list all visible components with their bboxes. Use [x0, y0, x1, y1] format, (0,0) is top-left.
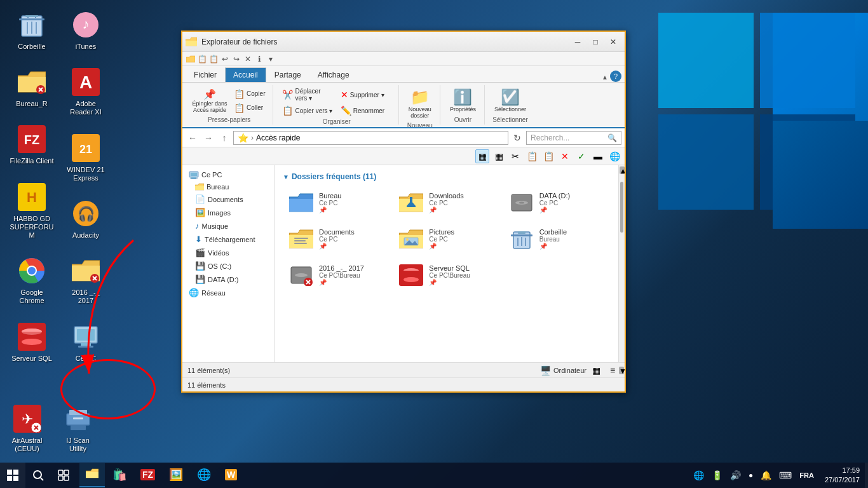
ribbon-btn-select[interactable]: ☑️ Sélectionner	[491, 86, 529, 114]
nav-item-bureau[interactable]: Bureau	[182, 181, 274, 193]
file-grid[interactable]: Dossiers fréquents (11) Bureau	[275, 165, 618, 362]
up-button[interactable]: ↑	[217, 131, 231, 145]
nav-item-videos[interactable]: 🎬 Vidéos	[182, 246, 274, 259]
delete-sec-icon[interactable]: ✕	[558, 149, 572, 163]
desktop-icon-itunes[interactable]: ♪ iTunes	[60, 6, 111, 54]
tab-affichage[interactable]: Affichage	[309, 67, 358, 82]
desktop-icon-filezilla[interactable]: FZ FileZilla Client	[6, 121, 57, 168]
search-input[interactable]: Recherch... 🔍	[526, 131, 621, 145]
back-button[interactable]: ←	[186, 131, 200, 145]
taskbar-app-chrome[interactable]: 🌐	[191, 463, 217, 487]
qa-paste-icon[interactable]: 📋	[208, 54, 219, 64]
ribbon-btn-delete[interactable]: ✕ Supprimer ▾	[338, 86, 393, 103]
nav-item-musique[interactable]: ♪ Musique	[182, 219, 274, 233]
maximize-button[interactable]: □	[587, 36, 604, 48]
tray-notification-icon[interactable]: 🔔	[758, 468, 774, 483]
desktop-icon-airaustral[interactable]: ✈ AirAustral (CEUU)	[3, 400, 51, 456]
ribbon-btn-new-folder[interactable]: 📁 Nouveaudossier	[405, 86, 435, 121]
nav-item-os-c[interactable]: 💾 OS (C:)	[182, 259, 274, 273]
taskbar-taskview-button[interactable]	[51, 463, 76, 488]
desktop-icon-audacity[interactable]: 🎧 Audacity	[60, 195, 111, 243]
nav-item-telechargement[interactable]: ⬇ Téléchargement	[182, 233, 274, 246]
ribbon-btn-paste[interactable]: 📋 Coller	[231, 102, 268, 114]
copy-icon[interactable]: 📋	[525, 149, 539, 163]
file-item-downloads[interactable]: Downloads Ce PC 📌	[393, 186, 499, 219]
tab-partage[interactable]: Partage	[266, 67, 309, 82]
tray-volume-icon[interactable]: 🔊	[728, 468, 743, 483]
view-large-icon[interactable]: ▦	[475, 149, 489, 163]
desktop-icon-habbo[interactable]: H HABBO GD SUPERFORUM	[6, 179, 57, 243]
ribbon-collapse-icon[interactable]: ▲	[600, 72, 610, 82]
desktop-icon-2016[interactable]: 2016 _-_ 2017	[60, 252, 111, 308]
cut-icon[interactable]: ✂	[508, 149, 522, 163]
desktop-icon-adobe[interactable]: A Adobe Reader XI	[60, 64, 111, 119]
ribbon-btn-pin[interactable]: 📌 Épingler dansAccès rapide	[191, 87, 229, 114]
taskbar-app-windev[interactable]: W	[219, 463, 243, 487]
desktop-icon-windev[interactable]: 21 WINDEV 21 Express	[60, 130, 111, 186]
qa-folder-icon[interactable]	[186, 54, 196, 64]
file-item-bureau[interactable]: Bureau Ce PC 📌	[283, 186, 390, 219]
view-list-status-btn[interactable]: ≡	[606, 363, 620, 377]
tray-keyboard-icon[interactable]: ⌨	[776, 468, 794, 483]
qa-dropdown-icon[interactable]: ▾	[266, 54, 276, 64]
file-item-sql[interactable]: Serveur SQL Ce PC\Bureau 📌	[393, 259, 499, 292]
desktop-icon-cepc[interactable]: Ce PC	[60, 318, 111, 366]
desktop-icon-corbeille[interactable]: Corbeille	[6, 6, 57, 54]
desktop-icon-bureau-r[interactable]: Bureau_R	[6, 64, 57, 111]
taskbar-clock[interactable]: 17:59 27/07/2017	[820, 466, 865, 485]
file-item-pictures[interactable]: Pictures Ce PC 📌	[393, 222, 499, 255]
check-icon[interactable]: ✓	[574, 149, 588, 163]
tab-accueil[interactable]: Accueil	[225, 67, 266, 82]
nav-item-documents[interactable]: 📄 Documents	[182, 193, 274, 206]
ribbon-btn-copyto[interactable]: 📋 Copier vers ▾	[280, 104, 335, 117]
taskbar-app-photos[interactable]: 🖼️	[163, 463, 189, 487]
file-item-data-d[interactable]: DATA (D:) Ce PC 📌	[503, 186, 610, 219]
desktop-icon-sql[interactable]: Serveur SQL	[6, 318, 57, 366]
taskbar-app-store[interactable]: 🛍️	[106, 463, 133, 487]
file-item-2016[interactable]: 2016 _-_ 2017 Ce PC\Bureau 📌	[283, 259, 390, 292]
tray-chrome-icon[interactable]: ●	[746, 468, 756, 482]
list-icon[interactable]: ▬	[591, 149, 605, 163]
taskbar-app-explorer[interactable]	[79, 463, 105, 487]
desktop-icon-ijscan[interactable]: IJ Scan Utility	[54, 400, 102, 456]
ribbon-btn-move[interactable]: ✂️ Déplacer vers ▾	[280, 86, 335, 103]
file-item-documents[interactable]: Documents Ce PC 📌	[283, 222, 390, 255]
ribbon-btn-properties[interactable]: ℹ️ Propriétés	[447, 86, 479, 114]
desktop-icon-chrome[interactable]: Google Chrome	[6, 252, 57, 308]
taskbar-app-filezilla[interactable]: FZ	[134, 463, 161, 487]
ribbon-btn-copy[interactable]: 📋 Copier	[231, 88, 268, 100]
address-path-input[interactable]: ⭐ › Accès rapide	[233, 131, 508, 145]
nav-item-data-d[interactable]: 💾 DATA (D:)	[182, 273, 274, 286]
taskbar-search-button[interactable]	[25, 463, 51, 488]
section-header-frequent[interactable]: Dossiers fréquents (11)	[280, 170, 613, 183]
qa-delete-icon[interactable]: ✕	[243, 54, 253, 64]
scrollbar-thumb[interactable]	[620, 182, 623, 233]
tray-battery-icon[interactable]: 🔋	[709, 468, 725, 483]
tab-fichier[interactable]: Fichier	[186, 67, 225, 82]
nav-tree[interactable]: Ce PC Bureau 📄 Documents 🖼️ Images	[182, 165, 275, 362]
nav-item-images[interactable]: 🖼️ Images	[182, 206, 274, 219]
scrollbar-up-btn[interactable]: ▲	[620, 166, 625, 174]
close-button[interactable]: ✕	[605, 36, 621, 48]
nav-item-reseau[interactable]: 🌐 Réseau	[182, 286, 274, 299]
qa-redo-icon[interactable]: ↪	[231, 54, 241, 64]
ribbon-btn-rename[interactable]: ✏️ Renommer	[338, 104, 393, 117]
view-medium-icon[interactable]: ▦	[492, 149, 506, 163]
globe-icon[interactable]: 🌐	[607, 149, 621, 163]
view-large-status-btn[interactable]: ▦	[589, 363, 603, 377]
forward-button[interactable]: →	[201, 131, 215, 145]
minimize-button[interactable]: ─	[569, 36, 586, 48]
tray-lang-icon[interactable]: FRA	[797, 469, 817, 482]
refresh-button[interactable]: ↻	[510, 131, 524, 145]
paste-sec-icon[interactable]: 📋	[541, 149, 555, 163]
qa-undo-icon[interactable]: ↩	[220, 54, 230, 64]
right-scrollbar[interactable]: ▲ ▼	[618, 165, 625, 362]
start-button[interactable]	[0, 463, 25, 488]
qa-properties-icon[interactable]: ℹ	[254, 54, 264, 64]
tray-network-icon[interactable]: 🌐	[691, 468, 707, 483]
file-item-corbeille[interactable]: Corbeille Bureau 📌	[503, 222, 610, 255]
ribbon-help-icon[interactable]: ?	[610, 71, 621, 82]
nav-item-cepc[interactable]: Ce PC	[182, 168, 274, 181]
notification-button[interactable]	[865, 463, 868, 488]
qa-copy-icon[interactable]: 📋	[197, 54, 207, 64]
